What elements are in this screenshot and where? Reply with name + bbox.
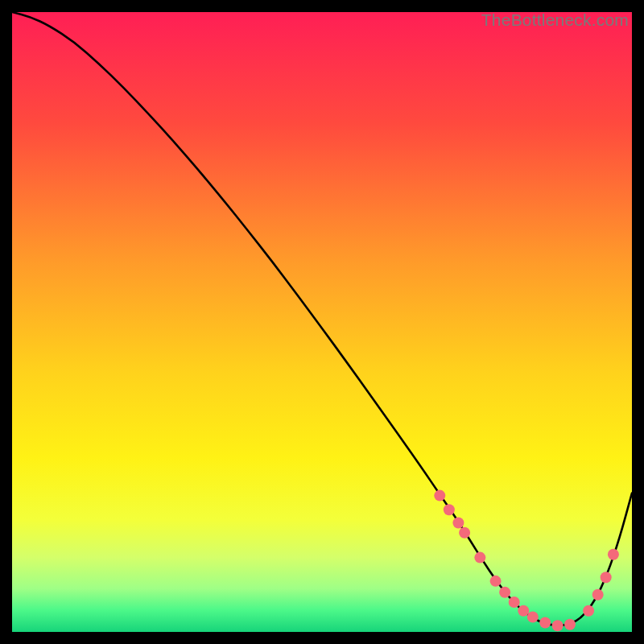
highlight-dot xyxy=(499,587,510,598)
highlight-dot xyxy=(608,549,619,560)
bottleneck-chart xyxy=(12,12,632,632)
highlight-dot xyxy=(564,619,576,630)
highlight-dot xyxy=(490,576,502,587)
highlight-dot xyxy=(459,527,470,539)
highlight-dot xyxy=(452,517,464,528)
highlight-dot xyxy=(592,589,604,601)
highlight-dot xyxy=(509,597,520,608)
highlight-dot xyxy=(527,612,539,623)
highlight-dot xyxy=(552,620,564,631)
highlight-dot xyxy=(434,490,445,502)
highlight-dot xyxy=(539,617,551,628)
highlight-dot xyxy=(601,572,612,583)
chart-frame: TheBottleneck.com xyxy=(12,12,632,632)
highlight-dot xyxy=(444,504,455,515)
highlight-dot xyxy=(474,552,485,564)
highlight-dot xyxy=(518,605,529,617)
gradient-background xyxy=(12,12,632,632)
highlight-dot xyxy=(583,605,594,617)
watermark-text: TheBottleneck.com xyxy=(481,10,629,30)
